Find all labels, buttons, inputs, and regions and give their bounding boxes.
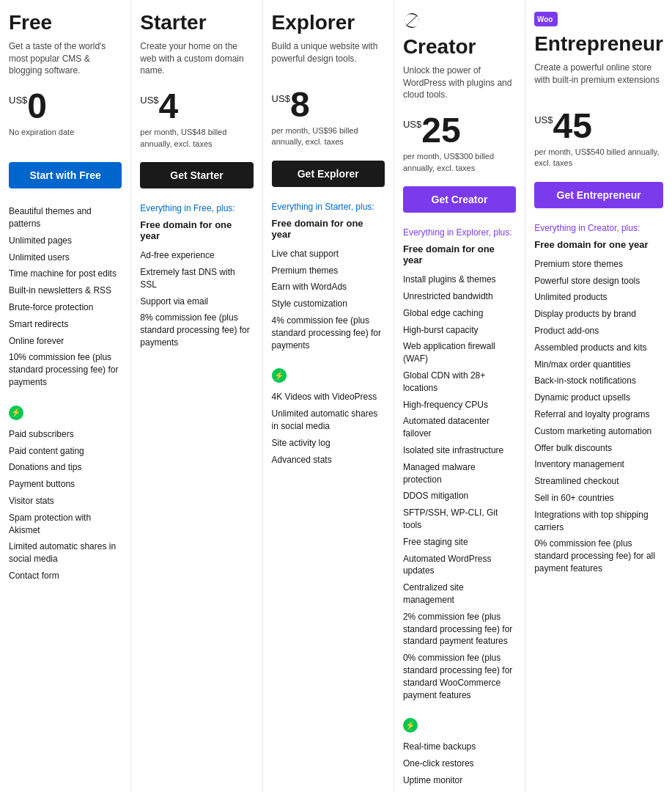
price-amount: 0 — [27, 87, 47, 125]
list-item: Referral and loyalty programs — [534, 406, 663, 423]
list-item: Global CDN with 28+ locations — [403, 367, 516, 397]
feature-list-main: Live chat supportPremium themesEarn with… — [272, 246, 385, 354]
list-item: Unlimited products — [534, 289, 663, 306]
list-item: Automated WordPress updates — [403, 551, 516, 580]
list-item: High-burst capacity — [403, 322, 516, 339]
list-item: Payment buttons — [9, 476, 122, 493]
cta-button-creator[interactable]: Get Creator — [403, 186, 516, 213]
price-block: US$25 — [403, 113, 516, 148]
price-currency: US$ — [403, 119, 421, 130]
price-amount: 4 — [159, 87, 179, 125]
plan-col-entrepreneur: Woo Entrepreneur Create a powerful onlin… — [525, 0, 672, 792]
plan-desc: Build a unique website with powerful des… — [272, 40, 385, 76]
list-item: 2% commission fee (plus standard process… — [403, 609, 516, 650]
list-item: Site activity log — [272, 435, 385, 452]
list-item: Powerful store design tools — [534, 273, 663, 290]
wordpress-icon — [403, 12, 516, 33]
list-item: Free staging site — [403, 534, 516, 551]
feature-list-bolt: Real-time backupsOne-click restoresUptim… — [403, 738, 516, 792]
list-item: Smart redirects — [9, 316, 122, 333]
list-item: Unlimited users — [9, 249, 122, 266]
price-note: per month, US$300 billed annually, excl.… — [403, 151, 516, 175]
price-block: US$8 — [272, 87, 385, 122]
list-item: Real-time backups — [403, 738, 516, 755]
everything-label: Everything in Free, plus: — [140, 203, 253, 213]
price-block: US$0 — [9, 89, 122, 124]
price-note: per month, US$96 billed annually, excl. … — [272, 125, 385, 149]
plan-col-starter: Starter Create your home on the web with… — [131, 0, 262, 792]
list-item: Earn with WordAds — [272, 279, 385, 296]
price-block: US$45 — [534, 109, 663, 144]
plan-name: Free — [9, 12, 122, 34]
list-item: Display products by brand — [534, 306, 663, 323]
plan-desc: Create a powerful online store with buil… — [534, 62, 663, 97]
plan-desc: Get a taste of the world's most popular … — [9, 40, 122, 77]
bolt-icon: ⚡ — [9, 406, 23, 420]
price-amount: 8 — [290, 85, 310, 124]
everything-label: Everything in Explorer, plus: — [403, 227, 516, 238]
everything-label: Everything in Starter, plus: — [272, 202, 385, 212]
price-amount: 25 — [421, 111, 460, 150]
feature-list-bolt: 4K Videos with VideoPressUnlimited autom… — [272, 389, 385, 468]
list-item: Donations and tips — [9, 459, 122, 476]
list-item: Isolated site infrastructure — [403, 442, 516, 459]
list-item: Premium store themes — [534, 256, 663, 273]
list-item: 0% commission fee (plus standard process… — [534, 535, 663, 576]
list-item: Centralized site management — [403, 579, 516, 609]
price-currency: US$ — [140, 95, 158, 106]
price-note: per month, US$48 billed annually, excl. … — [140, 127, 253, 150]
list-item: Beautiful themes and patterns — [9, 203, 122, 232]
list-item: Premium themes — [272, 263, 385, 279]
plan-desc: Unlock the power of WordPress with plugi… — [403, 65, 516, 101]
list-item: Unrestricted bandwidth — [403, 288, 516, 305]
woocommerce-icon: Woo — [534, 12, 663, 30]
list-item: Paid content gating — [9, 443, 122, 460]
feature-highlight: Free domain for one year — [140, 219, 253, 241]
list-item: Limited automatic shares in social media — [9, 538, 122, 568]
list-item: Integrations with top shipping carriers — [534, 507, 663, 536]
list-item: Sell in 60+ countries — [534, 490, 663, 507]
list-item: Style customization — [272, 296, 385, 312]
feature-list-bolt: Paid subscribersPaid content gatingDonat… — [9, 426, 122, 584]
list-item: 8% commission fee (plus standard process… — [140, 309, 253, 351]
list-item: Support via email — [140, 293, 253, 310]
list-item: Unlimited pages — [9, 232, 122, 249]
cta-button-starter[interactable]: Get Starter — [140, 162, 253, 188]
feature-list-main: Install plugins & themesUnrestricted ban… — [403, 271, 516, 703]
list-item: Product add-ons — [534, 323, 663, 340]
list-item: DDOS mitigation — [403, 488, 516, 505]
price-amount: 45 — [553, 106, 591, 145]
list-item: Contact form — [9, 568, 122, 584]
list-item: Min/max order quantities — [534, 356, 663, 373]
cta-button-entrepreneur[interactable]: Get Entrepreneur — [534, 182, 663, 208]
list-item: Dynamic product upsells — [534, 389, 663, 406]
feature-list-main: Ad-free experienceExtremely fast DNS wit… — [140, 247, 253, 351]
list-item: 4% commission fee (plus standard process… — [272, 312, 385, 353]
list-item: Paid subscribers — [9, 426, 122, 443]
cta-button-explorer[interactable]: Get Explorer — [272, 161, 385, 187]
plan-col-explorer: Explorer Build a unique website with pow… — [263, 0, 394, 792]
list-item: Automated datacenter failover — [403, 413, 516, 442]
list-item: Ad-free experience — [140, 247, 253, 264]
plan-name: Explorer — [272, 12, 385, 34]
feature-highlight: Free domain for one year — [272, 218, 385, 240]
price-currency: US$ — [272, 93, 290, 104]
list-item: Online forever — [9, 333, 122, 350]
plan-name: Starter — [140, 12, 253, 34]
price-currency: US$ — [534, 114, 553, 125]
plan-col-creator: Creator Unlock the power of WordPress wi… — [394, 0, 525, 792]
list-item: One-click restores — [403, 755, 516, 772]
price-block: US$4 — [140, 89, 253, 124]
everything-label: Everything in Creator, plus: — [534, 223, 663, 233]
list-item: Unlimited automatic shares in social med… — [272, 406, 385, 435]
list-item: Global edge caching — [403, 305, 516, 322]
cta-button-free[interactable]: Start with Free — [9, 162, 122, 188]
feature-highlight: Free domain for one year — [534, 239, 663, 250]
bolt-icon: ⚡ — [272, 368, 287, 383]
feature-highlight: Free domain for one year — [403, 243, 516, 265]
list-item: 10% commission fee (plus standard proces… — [9, 349, 122, 390]
plan-name: Entrepreneur — [534, 33, 663, 56]
price-note: No expiration date — [9, 127, 122, 150]
bolt-icon: ⚡ — [403, 718, 418, 733]
list-item: Live chat support — [272, 246, 385, 263]
